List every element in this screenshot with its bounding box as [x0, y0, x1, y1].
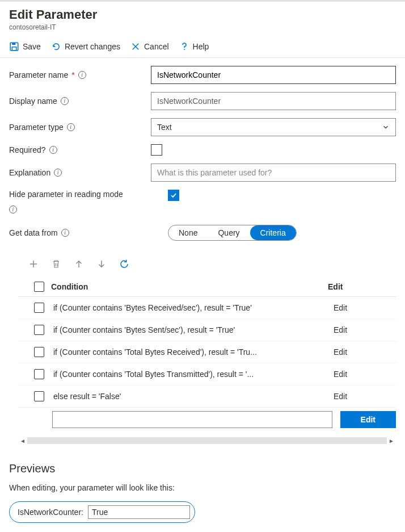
svg-point-3: [184, 49, 185, 50]
row-checkbox[interactable]: [34, 391, 44, 401]
scroll-left-icon[interactable]: ◄: [18, 438, 27, 444]
trash-icon: [51, 259, 61, 269]
info-icon[interactable]: i: [67, 123, 75, 131]
revert-icon: [51, 41, 61, 52]
required-asterisk: *: [71, 70, 74, 79]
display-name-input[interactable]: [151, 92, 396, 110]
row-checkbox[interactable]: [34, 369, 44, 379]
save-button[interactable]: Save: [9, 41, 41, 52]
required-label: Required? i: [9, 145, 151, 154]
segment-query[interactable]: Query: [208, 225, 250, 240]
get-data-from-label-text: Get data from: [9, 228, 58, 237]
row-checkbox[interactable]: [34, 325, 44, 335]
info-icon[interactable]: i: [61, 229, 69, 237]
table-row: if (Counter contains 'Bytes Received/sec…: [18, 297, 396, 319]
info-icon[interactable]: i: [9, 206, 17, 213]
param-type-label-text: Parameter type: [9, 123, 64, 132]
explanation-label-text: Explanation: [9, 168, 50, 177]
info-icon[interactable]: i: [78, 71, 86, 79]
select-all-checkbox[interactable]: [34, 282, 44, 292]
param-name-label-text: Parameter name: [9, 70, 68, 79]
edit-link[interactable]: Edit: [334, 347, 347, 357]
preview-parameter-pill[interactable]: IsNetworkCounter: True: [9, 501, 195, 523]
row-checkbox[interactable]: [34, 303, 44, 313]
add-button[interactable]: [28, 259, 39, 269]
info-icon[interactable]: i: [49, 146, 57, 154]
info-icon[interactable]: i: [54, 169, 62, 177]
scroll-right-icon[interactable]: ►: [387, 438, 396, 444]
required-label-text: Required?: [9, 145, 46, 154]
row-checkbox[interactable]: [34, 347, 44, 357]
delete-button[interactable]: [51, 259, 61, 269]
hide-reading-checkbox[interactable]: [168, 190, 179, 201]
edit-link[interactable]: Edit: [334, 392, 347, 401]
table-row: if (Counter contains 'Total Bytes Transm…: [18, 363, 396, 386]
criteria-table-header: Condition Edit: [18, 277, 396, 297]
required-checkbox[interactable]: [151, 144, 162, 156]
form: Parameter name * i Display name i Parame…: [0, 58, 405, 241]
save-label: Save: [23, 42, 41, 51]
svg-rect-1: [12, 43, 15, 45]
condition-text: if (Counter contains 'Bytes Sent/sec'), …: [53, 325, 328, 334]
save-icon: [9, 41, 19, 52]
arrow-up-icon: [74, 259, 84, 269]
display-name-label-text: Display name: [9, 97, 57, 106]
param-name-input[interactable]: [151, 66, 396, 84]
condition-text: if (Counter contains 'Total Bytes Transm…: [53, 370, 328, 379]
condition-header: Condition: [51, 282, 88, 291]
criteria-section: Condition Edit if (Counter contains 'Byt…: [0, 249, 405, 446]
edit-link[interactable]: Edit: [334, 303, 347, 312]
new-criteria-input[interactable]: [52, 411, 332, 428]
cancel-label: Cancel: [144, 42, 169, 51]
preview-pill-input[interactable]: True: [88, 505, 190, 519]
explanation-label: Explanation i: [9, 168, 151, 177]
param-type-label: Parameter type i: [9, 123, 151, 132]
get-data-from-label: Get data from i: [9, 228, 168, 237]
horizontal-scrollbar[interactable]: ◄ ►: [18, 435, 396, 446]
edit-header: Edit: [328, 282, 396, 291]
plus-icon: [28, 259, 39, 269]
edit-primary-button[interactable]: Edit: [340, 411, 396, 428]
move-down-button[interactable]: [96, 259, 107, 269]
edit-link[interactable]: Edit: [334, 325, 347, 334]
revert-label: Revert changes: [65, 42, 120, 51]
param-type-select[interactable]: Text: [151, 118, 396, 136]
segment-none[interactable]: None: [168, 225, 208, 240]
table-row: else result = 'False' Edit: [18, 386, 396, 408]
refresh-icon: [119, 259, 129, 269]
revert-button[interactable]: Revert changes: [51, 41, 120, 52]
arrow-down-icon: [96, 259, 107, 269]
page-header: Edit Parameter contosoretail-IT: [0, 0, 405, 35]
param-name-label: Parameter name * i: [9, 70, 151, 79]
info-icon[interactable]: i: [61, 97, 69, 105]
refresh-button[interactable]: [119, 259, 129, 269]
table-row: if (Counter contains 'Bytes Sent/sec'), …: [18, 319, 396, 341]
table-row: if (Counter contains 'Total Bytes Receiv…: [18, 341, 396, 363]
preview-pill-value: True: [92, 508, 108, 517]
move-up-button[interactable]: [74, 259, 84, 269]
edit-link[interactable]: Edit: [334, 370, 347, 379]
page-title: Edit Parameter: [9, 7, 396, 22]
cancel-button[interactable]: Cancel: [130, 41, 169, 52]
chevron-down-icon: [382, 123, 390, 131]
get-data-from-segmented: None Query Criteria: [168, 225, 297, 241]
segment-criteria[interactable]: Criteria: [250, 225, 296, 240]
command-bar: Save Revert changes Cancel Help: [0, 35, 405, 58]
svg-rect-2: [12, 47, 16, 51]
explanation-input[interactable]: [151, 164, 396, 182]
help-label: Help: [193, 42, 209, 51]
condition-text: if (Counter contains 'Bytes Received/sec…: [53, 303, 328, 312]
hide-reading-label: Hide parameter in reading mode i: [9, 190, 168, 213]
criteria-toolbar: [18, 259, 396, 269]
preview-pill-label: IsNetworkCounter:: [18, 508, 83, 517]
condition-text: else result = 'False': [53, 392, 328, 401]
previews-description: When editing, your parameter will look l…: [9, 483, 396, 492]
previews-section: Previews When editing, your parameter wi…: [0, 446, 405, 532]
previews-title: Previews: [9, 462, 396, 475]
help-button[interactable]: Help: [179, 41, 209, 52]
check-icon: [170, 191, 178, 199]
page-subtitle: contosoretail-IT: [9, 23, 396, 31]
hide-reading-label-text: Hide parameter in reading mode: [9, 190, 123, 199]
new-criteria-row: Edit: [18, 408, 396, 432]
scroll-track[interactable]: [27, 437, 387, 444]
